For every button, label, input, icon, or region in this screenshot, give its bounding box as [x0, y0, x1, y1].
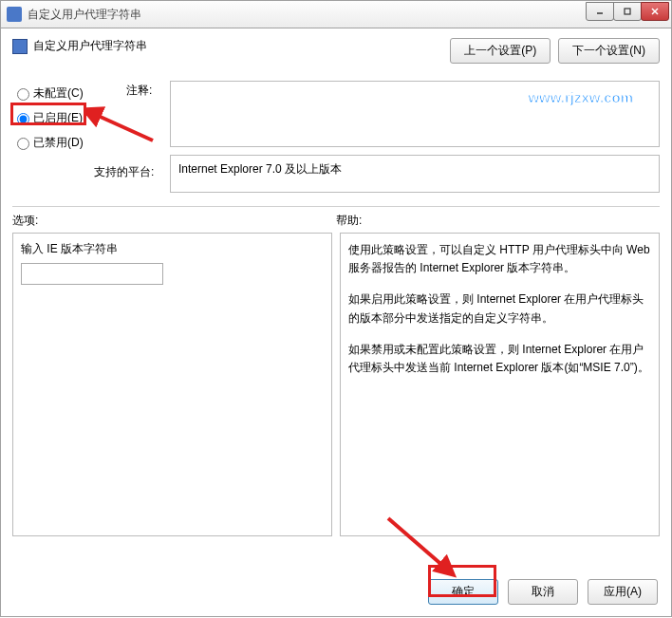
platform-box: Internet Explorer 7.0 及以上版本	[170, 155, 660, 193]
comment-label: 注释:	[126, 81, 170, 147]
close-button[interactable]	[641, 2, 669, 21]
cancel-button[interactable]: 取消	[508, 579, 578, 605]
radio-not-configured[interactable]	[17, 88, 29, 101]
next-setting-button[interactable]: 下一个设置(N)	[558, 38, 660, 64]
options-panel: 输入 IE 版本字符串	[12, 233, 332, 536]
help-paragraph-1: 使用此策略设置，可以自定义 HTTP 用户代理标头中向 Web 服务器报告的 I…	[348, 241, 651, 277]
window-controls	[587, 2, 669, 21]
titlebar: 自定义用户代理字符串	[0, 0, 672, 28]
minimize-button[interactable]	[586, 2, 614, 21]
platform-text: Internet Explorer 7.0 及以上版本	[178, 162, 342, 176]
prev-setting-button[interactable]: 上一个设置(P)	[450, 38, 551, 64]
dialog-footer: 确定 取消 应用(A)	[428, 579, 658, 605]
help-panel: 使用此策略设置，可以自定义 HTTP 用户代理标头中向 Web 服务器报告的 I…	[340, 233, 660, 536]
divider	[12, 206, 660, 207]
ie-version-label: 输入 IE 版本字符串	[21, 241, 324, 257]
help-paragraph-2: 如果启用此策略设置，则 Internet Explorer 在用户代理标头的版本…	[348, 290, 651, 327]
window-title: 自定义用户代理字符串	[28, 7, 141, 23]
radio-enabled[interactable]	[17, 113, 29, 125]
help-label: 帮助:	[336, 213, 362, 229]
dialog-content: 自定义用户代理字符串 上一个设置(P) 下一个设置(N) www.rjzxw.c…	[0, 28, 672, 617]
header-title: 自定义用户代理字符串	[33, 38, 147, 54]
ok-button[interactable]: 确定	[428, 579, 498, 605]
help-paragraph-3: 如果禁用或未配置此策略设置，则 Internet Explorer 在用户代理标…	[348, 341, 651, 377]
radio-disabled-label: 已禁用(D)	[33, 135, 84, 151]
platform-label: 支持的平台:	[94, 155, 170, 193]
radio-not-configured-label: 未配置(C)	[33, 85, 84, 102]
options-label: 选项:	[12, 213, 336, 229]
comment-textarea[interactable]	[170, 81, 660, 147]
radio-disabled[interactable]	[17, 138, 29, 150]
header-icon	[12, 39, 28, 54]
svg-rect-1	[625, 9, 630, 14]
radio-enabled-label: 已启用(E)	[33, 110, 83, 126]
apply-button[interactable]: 应用(A)	[588, 579, 658, 605]
ie-version-input[interactable]	[21, 263, 163, 285]
maximize-button[interactable]	[613, 2, 642, 21]
app-icon	[7, 7, 22, 22]
